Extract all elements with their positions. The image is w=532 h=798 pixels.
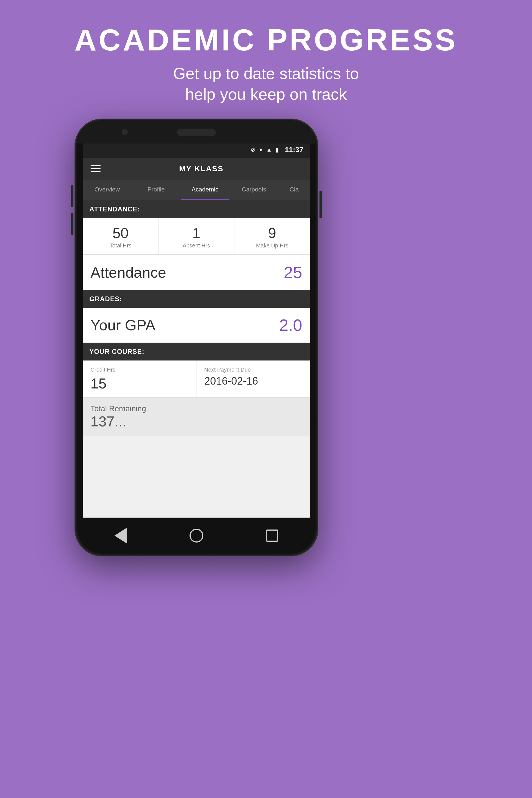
- stat-absent-hrs-label: Absent Hrs: [161, 243, 231, 249]
- stat-absent-hrs-value: 1: [161, 226, 231, 240]
- tab-cla[interactable]: Cla: [279, 180, 310, 200]
- stat-total-hrs-label: Total Hrs: [86, 243, 156, 249]
- hamburger-line-3: [91, 171, 100, 172]
- phone-bottom-nav: [83, 518, 310, 554]
- total-remaining-label: Total Remaining: [91, 404, 302, 413]
- volume-down-button: [71, 213, 73, 235]
- app-toolbar: MY KLASS: [83, 158, 310, 180]
- page-title: ACADEMIC PROGRESS: [75, 22, 458, 57]
- back-button[interactable]: [111, 526, 130, 545]
- course-credit-hrs: Credit Hrs 15: [83, 361, 197, 397]
- attendance-score-value: 25: [284, 263, 302, 282]
- status-time: 11:37: [285, 146, 303, 154]
- attendance-stats-row: 50 Total Hrs 1 Absent Hrs 9 Make Up Hrs: [83, 218, 310, 255]
- total-remaining-section: Total Remaining 137...: [83, 398, 310, 436]
- gpa-row: Your GPA 2.0: [83, 308, 310, 343]
- gpa-name: Your GPA: [91, 317, 155, 334]
- gpa-value: 2.0: [279, 316, 302, 335]
- phone-notch: [77, 121, 316, 144]
- course-next-payment: Next Payment Due 2016-02-16: [196, 361, 310, 397]
- page-background: ACADEMIC PROGRESS Get up to date statist…: [75, 0, 458, 556]
- stat-makeup-hrs: 9 Make Up Hrs: [234, 218, 310, 254]
- tab-academic[interactable]: Academic: [180, 180, 230, 200]
- phone-camera: [122, 129, 128, 135]
- hamburger-line-2: [91, 168, 100, 169]
- grades-section-header: GRADES:: [83, 290, 310, 308]
- attendance-score-name: Attendance: [91, 264, 166, 281]
- signal-off-icon: ⊘: [250, 146, 255, 153]
- page-subtitle: Get up to date statistics tohelp you kee…: [75, 63, 458, 105]
- total-remaining-value: 137...: [91, 413, 302, 430]
- tab-overview[interactable]: Overview: [83, 180, 132, 200]
- attendance-section-header: ATTENDANCE:: [83, 200, 310, 218]
- stat-makeup-hrs-value: 9: [237, 226, 307, 240]
- power-button: [320, 191, 322, 218]
- stat-absent-hrs: 1 Absent Hrs: [158, 218, 234, 254]
- wifi-icon: ▾: [259, 146, 262, 153]
- network-icon: ▲: [266, 147, 272, 153]
- next-payment-label: Next Payment Due: [204, 366, 302, 373]
- status-bar: ⊘ ▾ ▲ ▮ 11:37: [83, 142, 310, 158]
- phone-frame: ⊘ ▾ ▲ ▮ 11:37: [75, 119, 318, 556]
- stat-makeup-hrs-label: Make Up Hrs: [237, 243, 307, 249]
- hamburger-menu-icon[interactable]: [91, 165, 100, 172]
- battery-icon: ▮: [276, 147, 279, 153]
- home-circle-icon: [190, 529, 203, 543]
- tabs-bar: Overview Profile Academic Carpools Cla: [83, 180, 310, 200]
- tab-carpools[interactable]: Carpools: [229, 180, 279, 200]
- course-section-header: YOUR COURSE:: [83, 343, 310, 360]
- phone-inner: ⊘ ▾ ▲ ▮ 11:37: [77, 121, 316, 554]
- home-button[interactable]: [187, 526, 206, 545]
- attendance-score-row: Attendance 25: [83, 255, 310, 290]
- tab-profile[interactable]: Profile: [132, 180, 180, 200]
- back-arrow-icon: [114, 528, 127, 543]
- credit-hrs-value: 15: [91, 375, 189, 392]
- stat-total-hrs-value: 50: [86, 226, 156, 240]
- course-detail-row: Credit Hrs 15 Next Payment Due 2016-02-1…: [83, 361, 310, 398]
- volume-up-button: [71, 185, 73, 207]
- page-header: ACADEMIC PROGRESS Get up to date statist…: [75, 0, 458, 119]
- credit-hrs-label: Credit Hrs: [91, 366, 189, 373]
- content-area: ATTENDANCE: 50 Total Hrs 1 Absent Hrs 9: [83, 200, 310, 518]
- course-section: Credit Hrs 15 Next Payment Due 2016-02-1…: [83, 361, 310, 398]
- status-icons: ⊘ ▾ ▲ ▮ 11:37: [250, 146, 303, 154]
- stat-total-hrs: 50 Total Hrs: [83, 218, 159, 254]
- recents-button[interactable]: [262, 526, 282, 545]
- recents-square-icon: [266, 530, 278, 542]
- phone-screen: ⊘ ▾ ▲ ▮ 11:37: [83, 142, 310, 518]
- next-payment-value: 2016-02-16: [204, 375, 302, 387]
- app-title: MY KLASS: [100, 164, 302, 173]
- phone-speaker: [177, 129, 216, 136]
- hamburger-line-1: [91, 165, 100, 166]
